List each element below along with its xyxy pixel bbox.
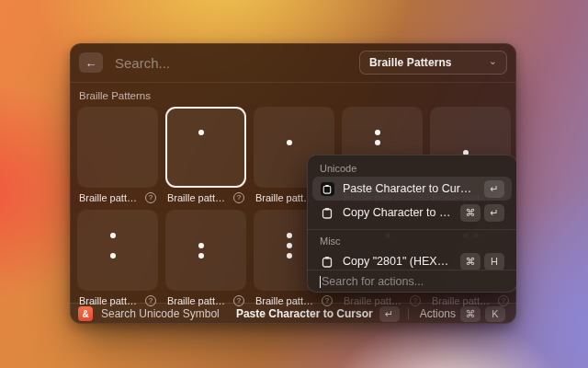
- help-question-icon[interactable]: ?: [233, 192, 244, 203]
- actions-search-placeholder: Search for actions...: [322, 275, 424, 288]
- braille-dot: [198, 253, 204, 259]
- action-item-label: Paste Character to Cursor: [343, 182, 476, 195]
- braille-cell[interactable]: [165, 210, 246, 291]
- actions-panel-list: UnicodePaste Character to Cursor↵Copy Ch…: [307, 155, 516, 270]
- return-key-badge: ↵: [379, 306, 400, 322]
- braille-dot: [110, 253, 116, 259]
- grid-item: Braille pattern d...?: [165, 107, 246, 208]
- shortcut-keys: ↵: [484, 180, 504, 198]
- braille-glyph: [198, 130, 214, 166]
- shortcut-keys: ⌘H: [460, 253, 504, 270]
- action-item[interactable]: Copy Character to Clipboard⌘↵: [312, 201, 512, 224]
- action-item-label: Copy "2801" (HEX) to Clipboard: [343, 255, 452, 268]
- cell-label: Braille pattern b...?: [77, 188, 158, 208]
- cell-label: Braille pattern d...?: [165, 188, 246, 208]
- panel-divider: [307, 229, 516, 230]
- paste-icon-chip: [321, 182, 334, 196]
- panel-section-title: Unicode: [307, 158, 516, 177]
- bottom-bar-actions: Paste Character to Cursor ↵ Actions ⌘ K: [236, 305, 508, 324]
- action-item[interactable]: Paste Character to Cursor↵: [312, 177, 512, 201]
- braille-dot: [198, 243, 204, 248]
- braille-cell[interactable]: [77, 107, 158, 188]
- braille-dot: [198, 130, 204, 135]
- action-item-label: Copy Character to Clipboard: [343, 206, 452, 219]
- actions-menu-button[interactable]: Actions ⌘ K: [417, 305, 508, 324]
- braille-dot: [287, 253, 292, 259]
- braille-cell-selected[interactable]: [165, 107, 246, 188]
- grid-item: Braille pattern d...?: [77, 210, 158, 311]
- key-badge: ↵: [484, 204, 504, 222]
- back-button[interactable]: ←: [79, 52, 103, 73]
- cell-label-text: Braille pattern d...: [167, 192, 230, 203]
- braille-glyph: [287, 130, 302, 166]
- help-question-icon[interactable]: ?: [145, 192, 156, 203]
- grid-item: Braille pattern b...?: [77, 107, 158, 208]
- unicode-app-icon: &: [78, 306, 93, 321]
- braille-glyph: [110, 233, 126, 269]
- cell-label-text: Braille pattern b...: [79, 192, 141, 203]
- paste-icon: [320, 181, 334, 196]
- key-badge: H: [484, 253, 504, 270]
- back-arrow-icon: ←: [85, 56, 97, 70]
- primary-action-button[interactable]: Paste Character to Cursor: [236, 307, 373, 320]
- grid-item: Braille pattern d...?: [165, 210, 246, 311]
- braille-dot: [287, 243, 292, 248]
- command-name: Search Unicode Symbol: [101, 307, 228, 320]
- k-key-badge: K: [485, 306, 505, 322]
- divider: [408, 308, 409, 319]
- braille-dot: [110, 233, 116, 238]
- actions-search-input[interactable]: Search for actions...: [307, 270, 516, 293]
- key-badge: ⌘: [460, 253, 481, 270]
- chevron-down-icon: ⌄: [489, 56, 497, 66]
- braille-dot: [287, 140, 292, 145]
- braille-dot: [375, 140, 380, 145]
- braille-cell[interactable]: [77, 210, 158, 291]
- clipboard-icon: [320, 205, 334, 220]
- braille-dot: [375, 130, 380, 135]
- braille-glyph: [287, 233, 302, 269]
- braille-glyph: [110, 130, 126, 166]
- braille-glyph: [198, 233, 214, 269]
- command-key-badge: ⌘: [460, 306, 481, 322]
- bottom-status-bar: & Search Unicode Symbol Paste Character …: [70, 303, 516, 324]
- actions-menu-label: Actions: [420, 307, 456, 320]
- key-badge: ⌘: [460, 204, 481, 222]
- desktop-background: ← Search... Braille Patterns ⌄ Braille P…: [0, 0, 588, 368]
- top-search-bar: ← Search... Braille Patterns ⌄: [70, 43, 516, 83]
- clipboard-icon: [320, 254, 334, 269]
- section-title: Braille Patterns: [77, 88, 509, 107]
- panel-section-title: Misc: [307, 231, 516, 249]
- category-dropdown[interactable]: Braille Patterns ⌄: [359, 51, 507, 75]
- launcher-window: ← Search... Braille Patterns ⌄ Braille P…: [70, 43, 516, 324]
- category-dropdown-value: Braille Patterns: [369, 56, 452, 69]
- action-item[interactable]: Copy "2801" (HEX) to Clipboard⌘H: [312, 249, 512, 270]
- actions-panel: UnicodePaste Character to Cursor↵Copy Ch…: [307, 155, 516, 293]
- text-caret: [320, 276, 321, 288]
- search-input[interactable]: Search...: [115, 55, 359, 71]
- shortcut-keys: ⌘↵: [460, 204, 504, 222]
- key-badge: ↵: [484, 180, 504, 198]
- braille-dot: [287, 233, 292, 238]
